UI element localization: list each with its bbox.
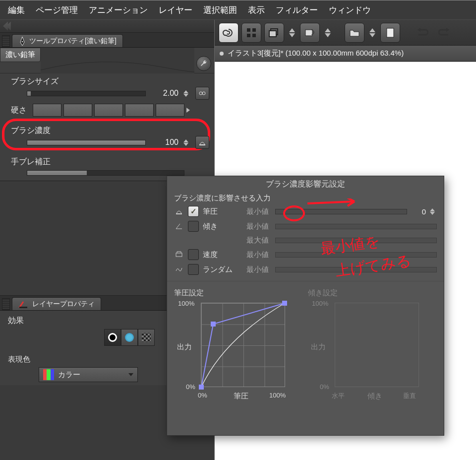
undo-button[interactable] <box>412 23 432 43</box>
panel-collapse-arrows[interactable] <box>0 20 214 33</box>
svg-rect-7 <box>247 34 250 37</box>
grid-view-button[interactable] <box>241 23 261 43</box>
tilt-curve-graph: 100% 出力 0% 水平 傾き 垂直 <box>308 300 427 409</box>
windows-button[interactable] <box>264 23 284 43</box>
pressure-curve-graph[interactable]: 100% 出力 0% 0% 筆圧 100% <box>174 300 293 409</box>
menu-filter[interactable]: フィルター <box>271 4 323 16</box>
tilt-label: 傾き <box>203 222 242 231</box>
rgb-swatch-icon <box>43 369 54 380</box>
menu-layer[interactable]: レイヤー <box>154 4 197 16</box>
brush-density-spinner[interactable] <box>183 139 190 146</box>
menu-animation[interactable]: アニメーション <box>84 4 153 16</box>
pressure-min-value[interactable]: 0 <box>411 207 426 216</box>
brush-size-label: ブラシサイズ <box>0 73 214 87</box>
brush-stroke-preview <box>41 48 194 73</box>
pressure-label: 筆圧 <box>203 207 242 216</box>
y-axis-100: 100% <box>178 300 194 307</box>
menu-page[interactable]: ページ管理 <box>31 4 83 16</box>
tilt-graph-title: 傾き設定 <box>308 288 437 298</box>
svg-rect-8 <box>252 34 256 37</box>
layer-property-tab-label: レイヤープロパティ <box>32 300 95 309</box>
y-axis-label: 出力 <box>177 342 192 352</box>
tool-property-tabrow: ツールプロパティ[濃い鉛筆] <box>0 33 214 48</box>
x-axis-mid: 傾き <box>367 392 382 401</box>
unsaved-dot-icon <box>220 52 224 56</box>
link-icon <box>198 90 206 97</box>
layer-property-tab[interactable]: レイヤープロパティ <box>12 297 101 310</box>
canvas-toolbar <box>215 20 476 46</box>
velocity-min-slider <box>275 252 437 258</box>
hardness-option-5[interactable] <box>156 104 184 117</box>
document-titlebar[interactable]: イラスト3[復元]* (100.00 x 100.00mm 600dpi 63.… <box>215 46 476 62</box>
svg-rect-16 <box>211 322 216 327</box>
tool-settings-button[interactable] <box>196 56 211 71</box>
y-axis-label: 出力 <box>311 342 326 352</box>
folder-stepper[interactable] <box>367 23 377 43</box>
hand-stepper[interactable] <box>323 23 333 43</box>
random-min-slider <box>275 267 437 272</box>
hardness-option-1[interactable] <box>33 104 61 117</box>
stabilization-slider[interactable] <box>27 170 184 176</box>
panel-drag-handle[interactable] <box>2 298 10 310</box>
spiral-icon <box>223 27 235 39</box>
brush-density-dynamics-popup: ブラシ濃度影響元設定 ブラシ濃度に影響させる入力 筆圧 最小値 0 傾き 最小値… <box>167 176 444 436</box>
svg-point-1 <box>199 92 202 95</box>
brush-density-value[interactable]: 100 <box>151 138 178 147</box>
tilt-glyph-icon <box>174 222 184 231</box>
panel-drag-handle[interactable] <box>2 35 10 47</box>
tilt-max-slider <box>275 238 437 243</box>
brush-size-value[interactable]: 2.00 <box>151 89 178 98</box>
brush-size-spinner[interactable] <box>183 90 190 97</box>
brush-density-dynamics-button[interactable] <box>195 136 209 149</box>
open-folder-button[interactable] <box>345 23 364 43</box>
hand-button[interactable] <box>300 23 320 43</box>
random-glyph-icon <box>174 265 184 274</box>
tilt-checkbox[interactable] <box>188 221 199 232</box>
display-color-dropdown[interactable]: カラー <box>39 367 138 382</box>
menu-edit[interactable]: 編集 <box>3 4 30 16</box>
spiral-tool-button[interactable] <box>219 23 238 43</box>
svg-point-0 <box>22 41 23 42</box>
svg-rect-12 <box>387 28 394 37</box>
pressure-min-spinner[interactable] <box>430 208 437 215</box>
popup-subtitle: ブラシ濃度に影響させる入力 <box>167 193 444 204</box>
hardness-label: 硬さ <box>11 105 31 116</box>
effect-tone-button[interactable] <box>121 329 138 346</box>
menu-window[interactable]: ウィンドウ <box>324 4 376 16</box>
x-axis-right: 垂直 <box>403 392 416 400</box>
tool-property-tab[interactable]: ツールプロパティ[濃い鉛筆] <box>12 34 123 47</box>
grid-icon <box>246 28 256 38</box>
velocity-label: 速度 <box>203 250 242 260</box>
menu-selection[interactable]: 選択範囲 <box>198 4 242 16</box>
effect-pattern-button[interactable] <box>138 329 155 346</box>
hardness-option-3[interactable] <box>94 104 123 117</box>
pressure-min-slider[interactable] <box>275 209 407 214</box>
y-axis-0: 0% <box>320 383 329 391</box>
brush-size-dynamics-button[interactable] <box>195 87 209 100</box>
pressure-min-label: 最小値 <box>246 207 271 216</box>
brush-density-slider[interactable] <box>27 140 146 145</box>
pressure-checkbox[interactable] <box>188 206 199 217</box>
brush-size-slider[interactable] <box>27 91 146 96</box>
x-axis-label: 筆圧 <box>234 392 248 401</box>
tilt-min-slider <box>275 224 437 229</box>
view-stepper[interactable] <box>287 23 297 43</box>
effect-border-button[interactable] <box>104 329 121 346</box>
velocity-checkbox[interactable] <box>188 249 199 260</box>
pen-nib-icon <box>18 36 26 46</box>
tool-property-tab-label: ツールプロパティ[濃い鉛筆] <box>29 37 117 46</box>
hardness-option-2[interactable] <box>63 104 92 117</box>
page-button[interactable] <box>380 23 400 43</box>
svg-rect-17 <box>282 301 287 306</box>
gradient-circle-icon <box>125 333 134 342</box>
menu-bar: 編集 ページ管理 アニメーション レイヤー 選択範囲 表示 フィルター ウィンド… <box>0 0 476 20</box>
random-checkbox[interactable] <box>188 264 199 275</box>
redo-button[interactable] <box>435 23 455 43</box>
hardness-option-4[interactable] <box>125 104 154 117</box>
svg-rect-13 <box>176 213 182 214</box>
menu-view[interactable]: 表示 <box>243 4 270 16</box>
page-icon <box>386 28 395 38</box>
windows-icon <box>269 28 280 38</box>
velocity-glyph-icon <box>174 250 184 260</box>
hardness-more[interactable] <box>186 108 194 113</box>
